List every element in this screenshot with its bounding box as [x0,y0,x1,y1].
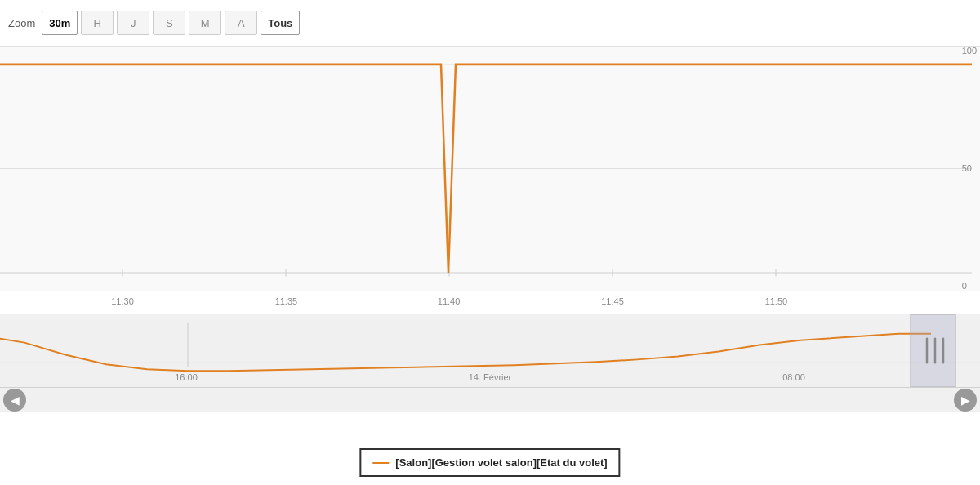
ov-label-date: 14. Février [469,372,512,382]
nav-right-arrow[interactable]: ▶ [954,389,977,412]
main-chart-svg [0,47,980,291]
zoom-btn-h[interactable]: H [81,11,114,35]
zoom-btn-j[interactable]: J [117,11,149,35]
zoom-btn-a[interactable]: A [225,11,257,35]
nav-arrows-bar: ◀ ▶ [0,388,980,412]
legend-color-line [372,462,389,464]
y-label-100: 100 [962,47,977,56]
nav-left-arrow[interactable]: ◀ [3,389,26,412]
zoom-btn-30m[interactable]: 30m [42,11,78,35]
x-label-1140: 11:40 [438,296,461,306]
x-label-1150: 11:50 [765,296,788,306]
ov-label-1600: 16:00 [175,372,198,382]
zoom-toolbar: Zoom 30m H J S M A Tous [0,0,980,47]
zoom-btn-m[interactable]: M [189,11,221,35]
x-axis: 11:30 11:35 11:40 11:45 11:50 [0,291,980,314]
zoom-btn-tous[interactable]: Tous [261,11,300,35]
main-chart: 100 50 0 [0,47,980,291]
y-label-50: 50 [962,164,977,173]
ov-label-0800: 08:00 [782,372,805,382]
overview-chart[interactable]: 16:00 14. Février 08:00 [0,314,980,388]
y-axis: 100 50 0 [962,47,977,291]
x-label-1130: 11:30 [111,296,134,306]
chart-legend: [Salon][Gestion volet salon][Etat du vol… [359,448,620,477]
legend-text: [Salon][Gestion volet salon][Etat du vol… [395,456,607,469]
zoom-btn-s[interactable]: S [153,11,185,35]
zoom-label: Zoom [8,17,35,29]
svg-rect-11 [911,314,956,387]
y-label-0: 0 [962,282,977,291]
x-label-1145: 11:45 [601,296,624,306]
x-label-1135: 11:35 [275,296,298,306]
